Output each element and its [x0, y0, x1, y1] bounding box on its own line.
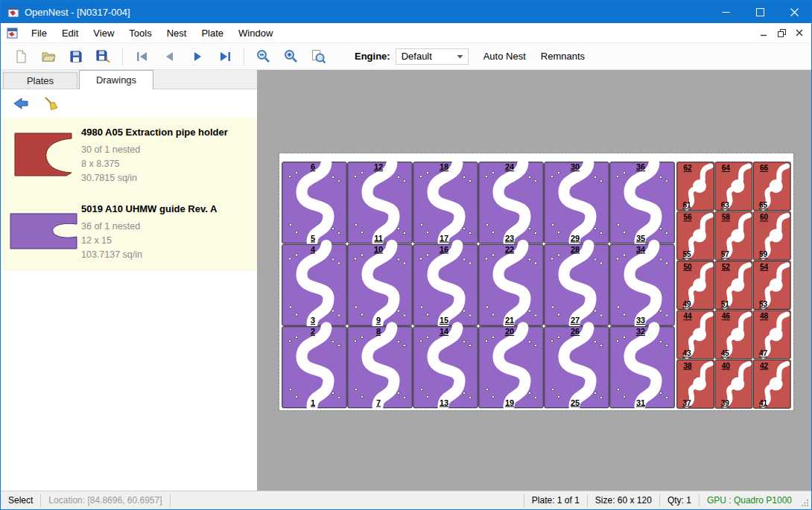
- svg-text:33: 33: [636, 316, 645, 325]
- plate-svg: 6512111817242330293635431091615222128273…: [279, 153, 793, 410]
- first-page-icon: [135, 49, 150, 64]
- tab-drawings[interactable]: Drawings: [79, 70, 153, 89]
- svg-text:31: 31: [636, 398, 645, 407]
- svg-text:64: 64: [722, 164, 731, 172]
- part-size: 12 x 15: [81, 234, 217, 248]
- open-button[interactable]: [34, 45, 62, 68]
- minimize-button[interactable]: [708, 1, 743, 23]
- clear-button[interactable]: [39, 94, 62, 114]
- zoom-out-icon: [256, 48, 271, 64]
- part-item-uhmw-guide[interactable]: 5019 A10 UHMW guide Rev. A 36 of 1 neste…: [1, 194, 257, 271]
- svg-text:22: 22: [505, 245, 514, 254]
- main-area: Plates Drawings: [1, 70, 811, 491]
- svg-text:43: 43: [682, 349, 691, 357]
- zoom-in-button[interactable]: [277, 45, 305, 68]
- svg-text:21: 21: [505, 316, 514, 325]
- svg-text:32: 32: [636, 327, 645, 336]
- engine-select[interactable]: Default: [396, 48, 469, 65]
- svg-text:53: 53: [759, 300, 768, 308]
- close-button[interactable]: [777, 1, 811, 23]
- mdi-restore-button[interactable]: [773, 25, 790, 41]
- svg-text:42: 42: [760, 362, 769, 370]
- svg-text:38: 38: [683, 362, 692, 370]
- drawings-toolbar: [1, 89, 257, 118]
- svg-text:9: 9: [376, 316, 381, 325]
- svg-text:6: 6: [311, 162, 315, 171]
- svg-text:19: 19: [505, 398, 514, 407]
- svg-text:49: 49: [682, 300, 691, 308]
- part-name: 5019 A10 UHMW guide Rev. A: [81, 203, 217, 214]
- status-location: Location: [84.8696, 60.6957]: [41, 495, 169, 506]
- menu-item-nest[interactable]: Nest: [159, 24, 194, 42]
- svg-text:55: 55: [682, 250, 691, 258]
- svg-text:16: 16: [440, 245, 448, 254]
- svg-text:52: 52: [722, 263, 731, 271]
- save-as-button[interactable]: [89, 45, 117, 68]
- svg-text:46: 46: [722, 312, 731, 320]
- svg-text:23: 23: [505, 234, 514, 243]
- import-button[interactable]: [10, 94, 32, 114]
- part-shape-purple: [10, 214, 77, 249]
- nest-canvas[interactable]: 6512111817242330293635431091615222128273…: [258, 70, 811, 491]
- nav-prev-button[interactable]: [156, 45, 183, 68]
- menu-item-tools[interactable]: Tools: [121, 24, 159, 42]
- svg-text:63: 63: [721, 201, 730, 209]
- svg-text:35: 35: [636, 234, 645, 243]
- zoom-fit-icon: [311, 48, 326, 64]
- svg-text:59: 59: [759, 250, 768, 258]
- svg-text:44: 44: [683, 312, 692, 320]
- menu-item-file[interactable]: File: [24, 24, 54, 42]
- part-info: 5019 A10 UHMW guide Rev. A 36 of 1 neste…: [81, 200, 217, 262]
- svg-text:29: 29: [571, 234, 580, 243]
- zoom-fit-button[interactable]: [305, 45, 332, 68]
- nav-last-button[interactable]: [211, 45, 238, 68]
- resize-grip[interactable]: [799, 491, 811, 509]
- title-bar: OpenNest - [N0317-004]: [1, 1, 811, 23]
- maximize-button[interactable]: [743, 1, 777, 23]
- remnants-button[interactable]: Remnants: [541, 51, 585, 62]
- status-qty: Qty: 1: [660, 495, 699, 506]
- part-name: 4980 A05 Extraction pipe holder: [81, 127, 228, 138]
- status-plate: Plate: 1 of 1: [524, 495, 587, 506]
- svg-text:13: 13: [440, 398, 448, 407]
- zoom-out-button[interactable]: [250, 45, 277, 68]
- previous-icon: [162, 49, 177, 64]
- svg-text:34: 34: [636, 245, 646, 254]
- svg-text:28: 28: [571, 245, 580, 254]
- mdi-close-button[interactable]: [790, 25, 808, 41]
- save-as-icon: [95, 48, 111, 64]
- menu-item-plate[interactable]: Plate: [194, 24, 231, 42]
- status-gpu: GPU : Quadro P1000: [700, 495, 799, 506]
- menu-item-view[interactable]: View: [86, 24, 121, 42]
- svg-text:36: 36: [636, 162, 645, 171]
- blue-arrow-left-icon: [13, 97, 29, 110]
- mdi-window-controls: [755, 23, 808, 42]
- svg-text:65: 65: [759, 201, 768, 209]
- svg-text:3: 3: [311, 316, 315, 325]
- chevron-down-icon: [457, 54, 468, 59]
- toolbar-separator: [122, 48, 123, 66]
- nav-first-button[interactable]: [128, 45, 156, 68]
- tab-plates[interactable]: Plates: [3, 72, 77, 89]
- svg-text:15: 15: [440, 316, 448, 325]
- mdi-minimize-button[interactable]: [755, 25, 773, 41]
- svg-text:54: 54: [760, 263, 769, 271]
- status-size: Size: 60 x 120: [588, 495, 659, 506]
- menu-item-window[interactable]: Window: [231, 24, 280, 42]
- save-button[interactable]: [62, 45, 89, 68]
- menu-item-edit[interactable]: Edit: [54, 24, 86, 42]
- auto-nest-button[interactable]: Auto Nest: [483, 51, 526, 62]
- svg-text:17: 17: [440, 234, 448, 243]
- document-system-icon[interactable]: [7, 28, 18, 39]
- nav-next-button[interactable]: [183, 45, 211, 68]
- svg-text:8: 8: [376, 327, 381, 336]
- svg-text:57: 57: [721, 250, 730, 258]
- main-toolbar: Engine: Default Auto Nest Remnants: [1, 43, 811, 70]
- part-thumbnail: [7, 200, 81, 262]
- svg-text:14: 14: [440, 327, 449, 336]
- svg-text:11: 11: [374, 234, 383, 243]
- part-item-extraction-pipe-holder[interactable]: 4980 A05 Extraction pipe holder 30 of 1 …: [1, 118, 257, 194]
- plate[interactable]: 6512111817242330293635431091615222128273…: [279, 153, 793, 410]
- new-button[interactable]: [7, 45, 34, 68]
- app-icon: [7, 6, 19, 18]
